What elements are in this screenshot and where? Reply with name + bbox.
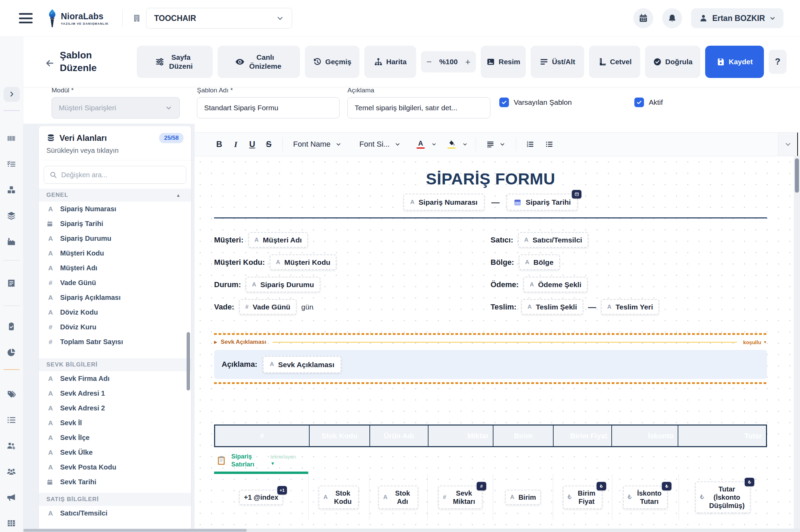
- stock-code-chip[interactable]: Stok Kodu: [319, 486, 358, 509]
- validate-button[interactable]: Doğrula: [645, 46, 700, 78]
- field-item[interactable]: Sipariş Tarihi: [39, 216, 191, 231]
- field-item[interactable]: Müşteri Kodu: [39, 246, 191, 261]
- page-layout-button[interactable]: Sayfa Düzeni: [137, 46, 213, 78]
- section-header-sevk[interactable]: SEVK BİLGİLERİ: [39, 358, 191, 371]
- order-number-chip[interactable]: Sipariş Numarası: [403, 194, 485, 211]
- company-select[interactable]: TOOCHAIR: [146, 8, 292, 29]
- history-button[interactable]: Geçmiş: [305, 46, 359, 78]
- section-header-genel[interactable]: GENEL ▲: [39, 189, 191, 202]
- underline-button[interactable]: U: [244, 136, 260, 152]
- variable-search-input[interactable]: [61, 171, 180, 179]
- active-checkbox[interactable]: [634, 98, 644, 107]
- field-item[interactable]: Sevk Adresi 1: [39, 386, 191, 401]
- italic-button[interactable]: I: [227, 136, 244, 152]
- module-select[interactable]: Müşteri Siparişleri: [52, 97, 180, 118]
- description-input[interactable]: [347, 97, 490, 118]
- shipment-description-chip[interactable]: Sevk Açıklaması: [263, 356, 341, 373]
- field-item[interactable]: Satıcı/Temsilci: [39, 506, 191, 521]
- bold-button[interactable]: B: [211, 136, 227, 152]
- text-color-dropdown[interactable]: [429, 136, 439, 152]
- users-icon[interactable]: [7, 466, 17, 477]
- stock-name-chip[interactable]: Stok Adı: [378, 486, 418, 509]
- field-item[interactable]: Sevk Posta Kodu: [39, 460, 191, 475]
- document-canvas[interactable]: SİPARİŞ FORMU Sipariş Numarası — Sipariş…: [195, 156, 800, 532]
- ship-quantity-chip[interactable]: Sevk Miktarı #: [438, 486, 482, 509]
- factory-icon[interactable]: [7, 236, 17, 247]
- field-item[interactable]: Sevk Ülke: [39, 445, 191, 460]
- due-days-chip[interactable]: Vade Günü: [239, 299, 297, 315]
- image-button[interactable]: Resim: [481, 46, 526, 78]
- notifications-button[interactable]: [662, 8, 682, 28]
- region-chip[interactable]: Bölge: [519, 254, 560, 270]
- highlight-color-dropdown[interactable]: [460, 136, 470, 152]
- order-status-chip[interactable]: Sipariş Durumu: [246, 277, 320, 292]
- text-color-button[interactable]: A: [412, 136, 429, 152]
- delivery-place-chip[interactable]: Teslim Yeri: [601, 299, 659, 315]
- unit-chip[interactable]: Birim: [505, 490, 541, 505]
- users-gear-icon[interactable]: [7, 441, 17, 451]
- customer-name-chip[interactable]: Müşteri Adı: [248, 232, 308, 248]
- pie-chart-icon[interactable]: [7, 347, 17, 358]
- back-button[interactable]: [45, 58, 55, 68]
- hamburger-menu-icon[interactable]: [19, 13, 33, 23]
- panel-scrollbar[interactable]: [187, 332, 190, 390]
- field-item[interactable]: Vade Günü: [39, 275, 191, 290]
- field-item[interactable]: Sipariş Numarası: [39, 202, 191, 216]
- template-name-input[interactable]: [197, 97, 340, 118]
- barcode-icon[interactable]: [7, 133, 17, 144]
- layers-icon[interactable]: [7, 211, 17, 221]
- bullet-list-button[interactable]: [541, 136, 557, 152]
- ordered-list-button[interactable]: 123: [522, 136, 538, 152]
- zoom-in-button[interactable]: +: [465, 57, 470, 66]
- salesperson-chip[interactable]: Satıcı/Temsilci: [518, 232, 589, 248]
- field-item[interactable]: Döviz Kodu: [39, 305, 191, 320]
- ticket-icon[interactable]: [7, 278, 17, 288]
- font-name-dropdown[interactable]: Font Name: [288, 136, 346, 152]
- default-template-checkbox[interactable]: [499, 98, 509, 107]
- delivery-method-chip[interactable]: Teslim Şekli: [521, 299, 583, 315]
- calendar-button[interactable]: [633, 8, 653, 28]
- collapse-up-icon[interactable]: ▲: [176, 193, 181, 198]
- user-menu[interactable]: Ertan BOZKIR: [691, 8, 784, 28]
- index-chip[interactable]: +1 @index +1: [239, 490, 283, 505]
- field-item[interactable]: Müşteri Adı: [39, 261, 191, 275]
- checklist-icon[interactable]: [7, 159, 17, 169]
- field-item[interactable]: Döviz Kuru: [39, 320, 191, 335]
- caret-right-icon[interactable]: ▶: [214, 340, 217, 344]
- horizontal-scrollbar-thumb[interactable]: [23, 529, 247, 532]
- expand-sidebar-button[interactable]: [4, 87, 20, 101]
- section-header-satis[interactable]: SATIŞ BİLGİLERİ: [39, 493, 191, 506]
- field-item[interactable]: Sevk İlçe: [39, 430, 191, 445]
- unit-price-chip[interactable]: Birim Fiyat ₺: [563, 486, 602, 509]
- total-amount-chip[interactable]: Tutar (İskonto Düşülmüş) ₺: [695, 482, 751, 513]
- help-button[interactable]: ?: [769, 50, 787, 74]
- zoom-out-button[interactable]: −: [426, 57, 432, 66]
- field-item[interactable]: Toplam Satır Sayısı: [39, 335, 191, 349]
- tags-icon[interactable]: [7, 389, 17, 400]
- repeat-section[interactable]: Sipariş Satırları tekrarlayan ▼: [214, 447, 767, 474]
- ruler-button[interactable]: Cetvel: [589, 46, 640, 78]
- canvas-scrollbar-thumb[interactable]: [795, 158, 799, 193]
- toolbar-expand-button[interactable]: [778, 133, 798, 156]
- repeat-collapse-toggle[interactable]: ▼: [270, 461, 296, 466]
- customer-code-chip[interactable]: Müşteri Kodu: [270, 254, 336, 270]
- field-item[interactable]: Sevk Adresi 2: [39, 401, 191, 416]
- payment-method-chip[interactable]: Ödeme Şekli: [523, 277, 587, 292]
- megaphone-icon[interactable]: [7, 492, 17, 502]
- clipboard-check-icon[interactable]: [7, 321, 17, 332]
- list-icon[interactable]: [7, 415, 17, 425]
- conditional-toggle[interactable]: koşullu ▼: [743, 339, 767, 345]
- boxes-icon[interactable]: [7, 185, 17, 195]
- order-date-chip[interactable]: Sipariş Tarihi: [507, 194, 578, 211]
- field-item[interactable]: Sevk Tarihi: [39, 475, 191, 489]
- field-item[interactable]: Sipariş Durumu: [39, 231, 191, 246]
- font-size-dropdown[interactable]: Font Si...: [355, 136, 405, 152]
- save-button[interactable]: Kaydet: [705, 46, 764, 78]
- strikethrough-button[interactable]: S: [260, 136, 277, 152]
- discount-amount-chip[interactable]: İskonto Tutarı ₺: [623, 486, 668, 509]
- field-item[interactable]: Sevk Firma Adı: [39, 371, 191, 386]
- map-button[interactable]: Harita: [364, 46, 416, 78]
- align-dropdown[interactable]: [481, 136, 510, 152]
- live-preview-button[interactable]: Canlı Önizleme: [218, 46, 300, 78]
- header-footer-button[interactable]: Üst/Alt: [531, 46, 584, 78]
